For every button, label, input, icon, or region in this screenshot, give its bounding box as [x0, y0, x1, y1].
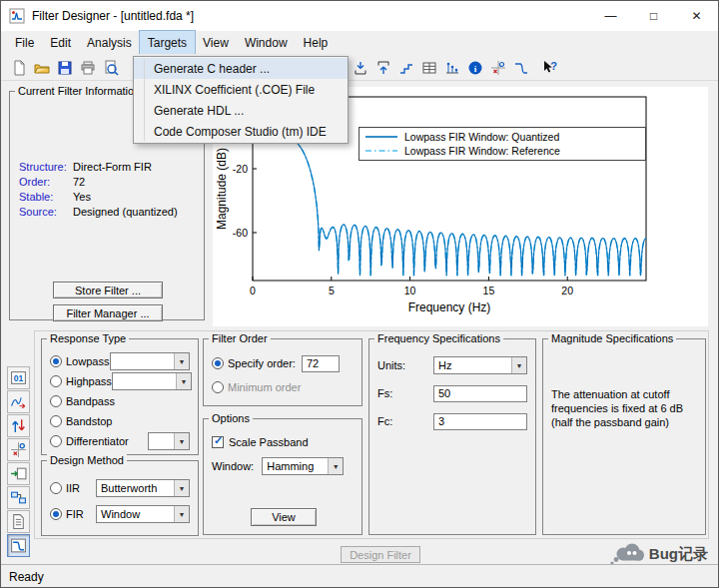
options-panel: Options Scale Passband Window: Hamming▼ …: [203, 418, 362, 535]
targets-menu: Generate C header ... XILINX Coefficient…: [133, 56, 349, 144]
filter-coefficients-icon[interactable]: [419, 58, 438, 77]
full-view-analysis-icon[interactable]: [373, 58, 392, 77]
filter-manager-button[interactable]: Filter Manager ...: [53, 304, 163, 321]
menu-edit[interactable]: Edit: [42, 31, 79, 54]
context-help-icon[interactable]: ?: [540, 58, 559, 77]
menu-item-xilinx-coe-file[interactable]: XILINX Coefficient (.COE) File: [134, 79, 348, 100]
units-row: Units: Hz▼: [377, 351, 527, 379]
pole-zero-plot-icon[interactable]: [488, 58, 507, 77]
bandstop-radio[interactable]: [50, 415, 62, 427]
sidebar-design-filter-icon[interactable]: [7, 534, 30, 557]
status-bar: Ready: [1, 564, 718, 588]
menu-help[interactable]: Help: [296, 31, 337, 54]
plot-legend: Lowpass FIR Window: Quantized Lowpass FI…: [359, 127, 646, 161]
sidebar-set-quantization-icon[interactable]: 01: [7, 366, 30, 389]
design-filter-button: Design Filter: [341, 546, 420, 563]
lowpass-radio[interactable]: [50, 355, 62, 367]
fs-row: Fs: 50: [377, 379, 527, 407]
fir-radio[interactable]: [50, 508, 62, 520]
iir-method-dropdown[interactable]: Butterworth▼: [96, 479, 190, 497]
sidebar-realize-model-icon[interactable]: [7, 486, 30, 509]
sidebar-transform-filter-icon[interactable]: [7, 390, 30, 413]
menu-file[interactable]: File: [7, 31, 42, 54]
differentiator-variant-dropdown[interactable]: ▼: [148, 432, 190, 450]
response-bandstop-row: Bandstop: [50, 411, 190, 431]
scale-passband-checkbox[interactable]: [212, 436, 224, 448]
design-method-iir-row: IIR Butterworth▼: [50, 475, 190, 501]
app-icon: [9, 8, 25, 24]
svg-text:5: 5: [329, 285, 335, 296]
save-session-icon[interactable]: [55, 58, 74, 77]
chevron-down-icon: ▼: [174, 433, 189, 449]
sidebar-pole-zero-editor-icon[interactable]: [7, 438, 30, 461]
menu-item-generate-hdl[interactable]: Generate HDL ...: [134, 100, 348, 121]
impulse-response-icon[interactable]: [442, 58, 461, 77]
svg-text:0: 0: [250, 285, 256, 296]
fc-row: Fc: 3: [377, 407, 527, 435]
filter-designer-window: Filter Designer - [untitled.fda *] — □ ✕…: [0, 0, 719, 588]
maximize-button[interactable]: □: [632, 1, 675, 31]
highpass-variant-dropdown[interactable]: ▼: [112, 372, 192, 390]
response-bandpass-row: Bandpass: [50, 391, 190, 411]
differentiator-radio[interactable]: [50, 435, 62, 447]
current-filter-info-title: Current Filter Information: [15, 85, 143, 97]
iir-radio[interactable]: [50, 482, 62, 494]
filter-stable-value: Yes: [73, 191, 91, 203]
legend-line-solid: [364, 133, 398, 141]
view-button[interactable]: View: [251, 508, 317, 526]
magnitude-response-icon[interactable]: [511, 58, 530, 77]
step-response-icon[interactable]: [396, 58, 415, 77]
svg-text:Magnitude (dB): Magnitude (dB): [215, 148, 229, 230]
chevron-down-icon: ▼: [174, 353, 189, 369]
filter-structure-value: Direct-Form FIR: [73, 161, 152, 173]
filter-stable-row: Stable: Yes: [19, 190, 178, 204]
svg-text:Frequency (Hz): Frequency (Hz): [408, 300, 491, 314]
units-dropdown[interactable]: Hz▼: [433, 356, 527, 374]
status-text: Ready: [9, 570, 44, 584]
fc-input[interactable]: 3: [433, 413, 527, 430]
menu-item-code-composer-studio[interactable]: Code Composer Studio (tm) IDE: [134, 121, 348, 142]
legend-entry-reference: Lowpass FIR Window: Reference: [364, 145, 640, 157]
fs-input[interactable]: 50: [433, 385, 527, 402]
minimum-order-radio[interactable]: [212, 381, 224, 393]
specify-order-radio[interactable]: [212, 357, 224, 369]
sidebar-import-filter-icon[interactable]: [7, 462, 30, 485]
store-filter-button[interactable]: Store Filter ...: [53, 282, 163, 298]
highpass-radio[interactable]: [50, 375, 62, 387]
print-preview-icon[interactable]: [101, 58, 120, 77]
open-session-icon[interactable]: [32, 58, 51, 77]
menu-view[interactable]: View: [195, 31, 237, 54]
scale-passband-row: Scale Passband: [212, 431, 354, 453]
lowpass-variant-dropdown[interactable]: ▼: [110, 352, 190, 370]
menu-analysis[interactable]: Analysis: [79, 31, 140, 54]
specify-order-row: Specify order: 72: [212, 351, 354, 375]
close-button[interactable]: ✕: [675, 1, 718, 31]
window-row: Window: Hamming▼: [212, 453, 354, 479]
print-icon[interactable]: [78, 58, 97, 77]
specify-order-input[interactable]: 72: [302, 355, 340, 372]
response-type-panel: Response Type Lowpass ▼ Highpass ▼ Bandp…: [41, 338, 199, 455]
bandpass-radio[interactable]: [50, 395, 62, 407]
toolbar: i ?: [1, 54, 718, 81]
generate-code-icon[interactable]: [351, 58, 369, 77]
sidebar-filter-coefficients-icon[interactable]: [7, 510, 30, 533]
sidebar-multirate-filter-icon[interactable]: [7, 414, 30, 437]
minimize-button[interactable]: —: [589, 1, 632, 31]
window-dropdown[interactable]: Hamming▼: [262, 457, 344, 475]
fir-method-dropdown[interactable]: Window▼: [96, 505, 190, 523]
menu-window[interactable]: Window: [237, 31, 296, 54]
new-session-icon[interactable]: [9, 58, 28, 77]
menu-bar: File Edit Analysis Targets View Window H…: [1, 31, 718, 54]
filter-source-row: Source: Designed (quantized): [19, 205, 178, 219]
filter-order-value: 72: [73, 176, 85, 188]
window-title: Filter Designer - [untitled.fda *]: [32, 9, 194, 23]
chevron-down-icon: ▼: [174, 506, 189, 522]
svg-text:?: ?: [550, 60, 557, 72]
legend-line-dashdot: [364, 147, 398, 155]
legend-entry-quantized: Lowpass FIR Window: Quantized: [364, 131, 640, 143]
menu-item-generate-c-header[interactable]: Generate C header ...: [134, 58, 348, 79]
magnitude-specifications-panel: Magnitude Specifications The attenuation…: [542, 338, 706, 535]
filter-information-icon[interactable]: i: [465, 58, 484, 77]
svg-text:-60: -60: [233, 227, 248, 239]
menu-targets[interactable]: Targets: [140, 31, 195, 54]
